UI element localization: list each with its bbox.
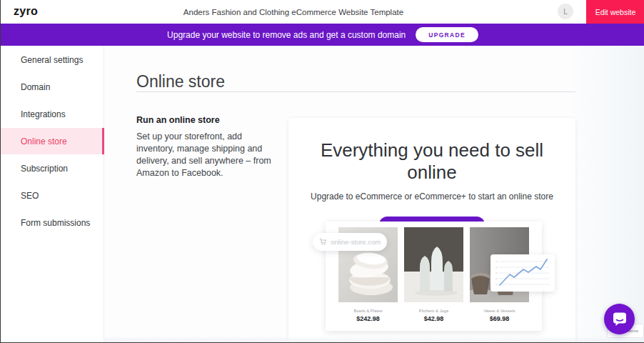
upgrade-button[interactable]: UPGRADE: [416, 27, 478, 42]
sidebar-item-online-store[interactable]: Online store: [1, 128, 104, 154]
upgrade-card-subheading: Upgrade to eCommerce or eCommerce+ to st…: [296, 192, 568, 202]
intro-heading: Run an online store: [136, 115, 272, 125]
sidebar-item-seo[interactable]: SEO: [1, 182, 104, 209]
chat-widget-button[interactable]: [604, 304, 635, 334]
product-price: $242.98: [338, 315, 398, 322]
title-divider: [136, 91, 575, 92]
product-price: $69.98: [470, 315, 529, 322]
sidebar-item-subscription[interactable]: Subscription: [1, 155, 104, 182]
upgrade-banner-text: Upgrade your website to remove ads and g…: [167, 30, 406, 40]
chat-bubble-icon: [612, 312, 628, 327]
product-name: Bowls & Plates: [338, 309, 398, 313]
intro-body: Set up your storefront, add inventory, m…: [136, 131, 272, 179]
main-content: Online store Run an online store Set up …: [104, 46, 644, 343]
avatar[interactable]: L: [558, 4, 573, 19]
product-card: Pitchers & Jugs $42.98: [404, 227, 463, 322]
settings-sidebar: General settings Domain Integrations Onl…: [1, 46, 104, 343]
page-title: Online store: [136, 72, 225, 91]
upgrade-card: Everything you need to sell online Upgra…: [288, 118, 575, 343]
upgrade-card-heading: Everything you need to sell online: [296, 139, 568, 184]
product-photo-pitchers: [404, 227, 463, 302]
sidebar-item-form-submissions[interactable]: Form submissions: [1, 209, 104, 236]
product-name: Pitchers & Jugs: [404, 309, 463, 313]
product-name: Vases & Vessels: [470, 309, 529, 313]
sidebar-item-integrations[interactable]: Integrations: [1, 101, 104, 127]
upgrade-banner: Upgrade your website to remove ads and g…: [1, 24, 644, 46]
sparkline-chart-icon: [490, 254, 555, 292]
product-price: $42.98: [404, 315, 463, 322]
store-url-text: online-store.com: [331, 238, 381, 246]
cart-icon: [319, 238, 327, 246]
store-url-chip: online-store.com: [313, 233, 387, 251]
app-window: zyro Anders Fashion and Clothing eCommer…: [0, 0, 644, 343]
topbar: zyro Anders Fashion and Clothing eCommer…: [1, 0, 644, 24]
edit-website-button[interactable]: Edit website: [586, 0, 644, 24]
sidebar-item-domain[interactable]: Domain: [1, 74, 104, 100]
intro-text: Run an online store Set up your storefro…: [136, 115, 272, 179]
sidebar-item-general-settings[interactable]: General settings: [1, 46, 104, 73]
project-title: Anders Fashion and Clothing eCommerce We…: [1, 0, 586, 24]
sales-sparkline-card: [490, 254, 555, 292]
